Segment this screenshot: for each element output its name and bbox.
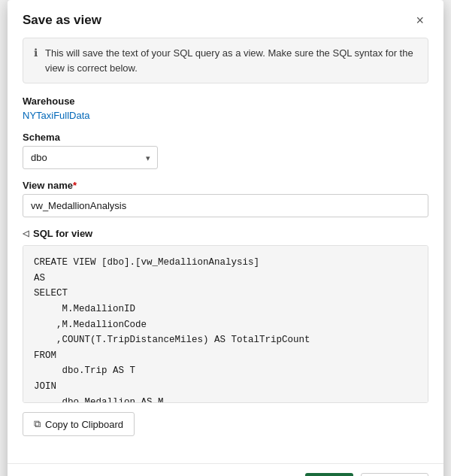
dialog-header: Save as view ×	[8, 0, 443, 38]
sql-section-label: SQL for view	[33, 228, 92, 239]
dialog-title: Save as view	[23, 13, 101, 28]
cancel-button[interactable]: Cancel	[361, 473, 428, 476]
schema-section: Schema dbo public raw ▾	[23, 132, 428, 169]
save-as-view-dialog: Save as view × ℹ This will save the text…	[8, 0, 443, 476]
warehouse-value[interactable]: NYTaxiFullData	[23, 110, 428, 121]
schema-select[interactable]: dbo public raw	[23, 146, 158, 169]
view-name-label: View name*	[23, 180, 428, 191]
schema-label: Schema	[23, 132, 428, 143]
required-indicator: *	[73, 180, 77, 191]
info-banner-text: This will save the text of your SQL quer…	[45, 46, 417, 75]
schema-select-wrapper: dbo public raw ▾	[23, 146, 158, 169]
sql-section: ◁ SQL for view CREATE VIEW [dbo].[vw_Med…	[23, 228, 428, 403]
dialog-footer: OK Cancel	[8, 463, 443, 476]
collapse-icon: ◁	[23, 229, 29, 238]
sql-code-area: CREATE VIEW [dbo].[vw_MedallionAnalysis]…	[23, 245, 428, 403]
info-banner: ℹ This will save the text of your SQL qu…	[23, 38, 428, 83]
dialog-body: ℹ This will save the text of your SQL qu…	[8, 38, 443, 463]
view-name-input[interactable]	[23, 194, 428, 217]
info-icon: ℹ	[34, 47, 38, 59]
warehouse-label: Warehouse	[23, 96, 428, 107]
dialog-overlay: Save as view × ℹ This will save the text…	[0, 0, 451, 476]
sql-toggle[interactable]: ◁ SQL for view	[23, 228, 428, 239]
viewname-section: View name*	[23, 180, 428, 217]
copy-to-clipboard-button[interactable]: ⧉ Copy to Clipboard	[23, 412, 135, 436]
copy-button-label: Copy to Clipboard	[45, 419, 123, 430]
close-button[interactable]: ×	[411, 12, 428, 29]
ok-button[interactable]: OK	[305, 473, 353, 476]
sql-code-box: CREATE VIEW [dbo].[vw_MedallionAnalysis]…	[23, 245, 428, 403]
clipboard-icon: ⧉	[34, 418, 41, 430]
